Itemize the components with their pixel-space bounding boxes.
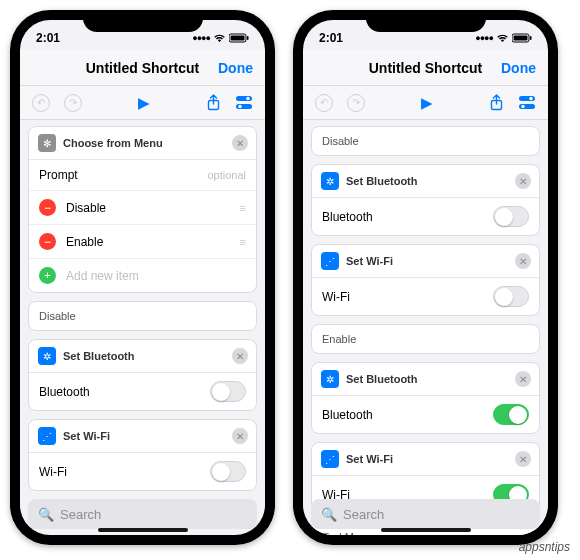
remove-action-button[interactable]: ✕ [515,451,531,467]
wifi-icon: ⋰ [38,427,56,445]
svg-point-5 [246,97,249,100]
wifi-icon: ⋰ [321,450,339,468]
card-title: Set Wi-Fi [63,430,110,442]
card-title: Set Bluetooth [63,350,135,362]
undo-button[interactable]: ↶ [32,94,50,112]
reorder-handle-icon[interactable]: ≡ [240,236,246,248]
svg-point-15 [521,105,524,108]
phone-right: 2:01 ●●●● Untitled Shortcut Done ↶ ↷ ▶ [293,10,558,545]
set-wifi-card: ⋰ Set Wi-Fi ✕ Wi-Fi [311,244,540,316]
gear-icon: ✻ [38,134,56,152]
wifi-field-label: Wi-Fi [322,290,350,304]
phone-left: 2:01 ●●●● Untitled Shortcut Done ↶ ↷ ▶ [10,10,275,545]
notch [366,10,486,32]
prompt-placeholder[interactable]: optional [207,169,246,181]
search-placeholder: Search [60,507,101,522]
remove-action-button[interactable]: ✕ [515,371,531,387]
bluetooth-field-label: Bluetooth [322,210,373,224]
svg-rect-10 [530,36,532,40]
bluetooth-icon: ✲ [38,347,56,365]
set-bluetooth-card: ✲ Set Bluetooth ✕ Bluetooth [311,164,540,236]
home-indicator[interactable] [381,528,471,532]
remove-item-button[interactable]: − [39,233,56,250]
card-title: Set Bluetooth [346,373,418,385]
play-button[interactable]: ▶ [138,94,150,112]
remove-action-button[interactable]: ✕ [515,253,531,269]
signal-icon: ●●●● [475,33,493,43]
add-item-label[interactable]: Add new item [66,269,139,283]
menu-item-label[interactable]: Enable [66,235,103,249]
status-time: 2:01 [319,31,343,45]
watermark: appsntips [519,540,570,554]
page-title: Untitled Shortcut [86,60,200,76]
search-icon: 🔍 [321,507,337,522]
card-title: Choose from Menu [63,137,163,149]
prompt-label: Prompt [39,168,78,182]
redo-button[interactable]: ↷ [64,94,82,112]
search-bar[interactable]: 🔍 Search [311,499,540,529]
card-title: Set Wi-Fi [346,453,393,465]
page-title: Untitled Shortcut [369,60,483,76]
wifi-icon: ⋰ [321,252,339,270]
status-time: 2:01 [36,31,60,45]
nav-bar: Untitled Shortcut Done [20,50,265,86]
svg-rect-9 [514,36,528,41]
share-button[interactable] [206,94,221,111]
settings-toggle-button[interactable] [235,95,253,110]
bluetooth-icon: ✲ [321,172,339,190]
share-button[interactable] [489,94,504,111]
set-bluetooth-card: ✲ Set Bluetooth ✕ Bluetooth [28,339,257,411]
card-title: Set Wi-Fi [346,255,393,267]
bluetooth-icon: ✲ [321,370,339,388]
svg-point-13 [529,97,532,100]
section-enable: Enable [311,324,540,354]
bluetooth-field-label: Bluetooth [39,385,90,399]
toolbar: ↶ ↷ ▶ [20,86,265,120]
bluetooth-toggle-on[interactable] [493,404,529,425]
section-disable: Disable [311,126,540,156]
set-bluetooth-card: ✲ Set Bluetooth ✕ Bluetooth [311,362,540,434]
search-placeholder: Search [343,507,384,522]
reorder-handle-icon[interactable]: ≡ [240,202,246,214]
section-disable: Disable [28,301,257,331]
svg-point-7 [238,105,241,108]
bluetooth-toggle-off[interactable] [493,206,529,227]
remove-item-button[interactable]: − [39,199,56,216]
play-button[interactable]: ▶ [421,94,433,112]
battery-icon [512,33,532,43]
redo-button[interactable]: ↷ [347,94,365,112]
wifi-status-icon [213,33,226,43]
bluetooth-field-label: Bluetooth [322,408,373,422]
svg-rect-1 [231,36,245,41]
choose-from-menu-card: ✻ Choose from Menu ✕ Prompt optional − D… [28,126,257,293]
remove-action-button[interactable]: ✕ [232,348,248,364]
undo-button[interactable]: ↶ [315,94,333,112]
menu-item-label[interactable]: Disable [66,201,106,215]
remove-action-button[interactable]: ✕ [232,428,248,444]
notch [83,10,203,32]
wifi-toggle[interactable] [210,461,246,482]
set-wifi-card: ⋰ Set Wi-Fi ✕ Wi-Fi [28,419,257,491]
wifi-status-icon [496,33,509,43]
battery-icon [229,33,249,43]
done-button[interactable]: Done [501,60,536,76]
add-item-button[interactable]: + [39,267,56,284]
wifi-toggle-off[interactable] [493,286,529,307]
toolbar: ↶ ↷ ▶ [303,86,548,120]
remove-action-button[interactable]: ✕ [232,135,248,151]
signal-icon: ●●●● [192,33,210,43]
search-icon: 🔍 [38,507,54,522]
bluetooth-toggle[interactable] [210,381,246,402]
wifi-field-label: Wi-Fi [39,465,67,479]
remove-action-button[interactable]: ✕ [515,173,531,189]
svg-rect-2 [247,36,249,40]
home-indicator[interactable] [98,528,188,532]
settings-toggle-button[interactable] [518,95,536,110]
card-title: Set Bluetooth [346,175,418,187]
nav-bar: Untitled Shortcut Done [303,50,548,86]
done-button[interactable]: Done [218,60,253,76]
search-bar[interactable]: 🔍 Search [28,499,257,529]
